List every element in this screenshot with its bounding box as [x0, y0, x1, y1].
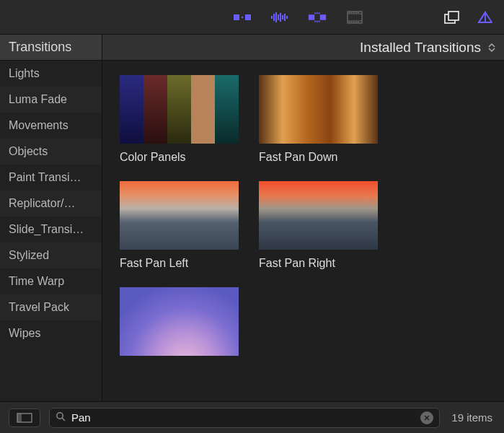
transition-label: Fast Pan Down — [259, 151, 378, 164]
main-area: LightsLuma FadeMovementsObjectsPaint Tra… — [0, 61, 504, 401]
share-icon[interactable] — [475, 9, 495, 25]
transition-thumbnail — [120, 287, 239, 356]
svg-rect-25 — [355, 12, 357, 13]
footer-bar: 19 items — [0, 401, 504, 433]
svg-line-17 — [314, 20, 316, 22]
chevron-updown-icon — [487, 41, 497, 54]
sidebar-item[interactable]: Slide_Transi… — [0, 216, 102, 242]
svg-rect-31 — [358, 21, 359, 22]
transition-label: Fast Pan Right — [259, 257, 378, 270]
svg-line-15 — [314, 12, 316, 14]
svg-rect-3 — [271, 16, 273, 19]
transition-label: Color Panels — [120, 151, 239, 164]
transition-item[interactable] — [120, 287, 239, 363]
category-sidebar: LightsLuma FadeMovementsObjectsPaint Tra… — [0, 61, 102, 401]
svg-line-18 — [319, 20, 320, 22]
transition-thumbnail — [120, 181, 239, 250]
svg-rect-35 — [17, 414, 22, 422]
transition-item[interactable]: Color Panels — [120, 75, 239, 164]
sidebar-item[interactable]: Wipes — [0, 320, 102, 346]
search-field-wrapper — [49, 408, 440, 428]
item-count-label: 19 items — [448, 411, 495, 424]
svg-rect-10 — [286, 16, 288, 19]
sidebar-item[interactable]: Replicator/… — [0, 191, 102, 216]
svg-rect-29 — [353, 21, 355, 22]
svg-rect-1 — [242, 17, 243, 18]
sidebar-item[interactable]: Objects — [0, 139, 102, 165]
svg-point-36 — [57, 412, 63, 418]
search-icon — [56, 411, 66, 424]
transition-thumbnail — [259, 181, 378, 250]
svg-rect-33 — [448, 12, 459, 20]
transition-thumbnail — [120, 75, 239, 144]
sidebar-item[interactable]: Time Warp — [0, 268, 102, 294]
svg-rect-4 — [273, 14, 275, 21]
transition-label: Fast Pan Left — [120, 257, 239, 270]
sidebar-item[interactable]: Paint Transi… — [0, 165, 102, 191]
svg-rect-27 — [349, 21, 350, 22]
transition-item[interactable]: Fast Pan Left — [120, 181, 239, 270]
browser-header: Transitions Installed Transitions — [0, 35, 504, 61]
sidebar-item[interactable]: Travel Pack — [0, 294, 102, 320]
library-dropdown[interactable]: Installed Transitions — [102, 40, 504, 56]
sidebar-item[interactable]: Stylized — [0, 242, 102, 268]
transition-item[interactable]: Fast Pan Down — [259, 75, 378, 164]
transition-item[interactable]: Fast Pan Right — [259, 181, 378, 270]
svg-rect-2 — [245, 14, 251, 20]
results-grid: Color PanelsFast Pan DownFast Pan LeftFa… — [102, 61, 504, 401]
svg-rect-12 — [320, 14, 326, 19]
transition-thumbnail — [259, 75, 378, 144]
effects-browser-icon[interactable] — [232, 9, 252, 25]
display-mode-toggle[interactable] — [9, 408, 40, 427]
svg-rect-8 — [282, 15, 283, 19]
svg-rect-5 — [275, 12, 277, 22]
toolbar-center-group — [232, 9, 365, 25]
search-input[interactable] — [71, 411, 415, 424]
sidebar-item[interactable]: Luma Fade — [0, 87, 102, 113]
library-dropdown-label: Installed Transitions — [360, 40, 481, 56]
svg-line-37 — [62, 418, 65, 421]
svg-line-16 — [319, 12, 320, 14]
transitions-browser-icon[interactable] — [307, 9, 327, 25]
svg-rect-22 — [349, 12, 350, 13]
sidebar-item[interactable]: Movements — [0, 113, 102, 139]
sidebar-item[interactable]: Lights — [0, 61, 102, 87]
svg-rect-26 — [358, 12, 359, 13]
top-toolbar — [0, 0, 504, 35]
toolbar-right-group — [442, 9, 495, 25]
svg-rect-11 — [309, 14, 314, 19]
svg-rect-9 — [284, 14, 286, 21]
svg-rect-7 — [280, 13, 281, 22]
svg-rect-6 — [278, 14, 279, 20]
filmstrip-icon[interactable] — [345, 9, 365, 25]
windows-icon[interactable] — [442, 9, 462, 25]
svg-rect-23 — [351, 12, 353, 13]
svg-rect-0 — [234, 14, 239, 20]
svg-rect-28 — [351, 21, 353, 22]
audio-meters-icon[interactable] — [270, 9, 290, 25]
svg-rect-24 — [353, 12, 355, 13]
clear-search-button[interactable] — [420, 411, 433, 424]
panel-title: Transitions — [0, 35, 102, 60]
svg-rect-30 — [355, 21, 357, 22]
